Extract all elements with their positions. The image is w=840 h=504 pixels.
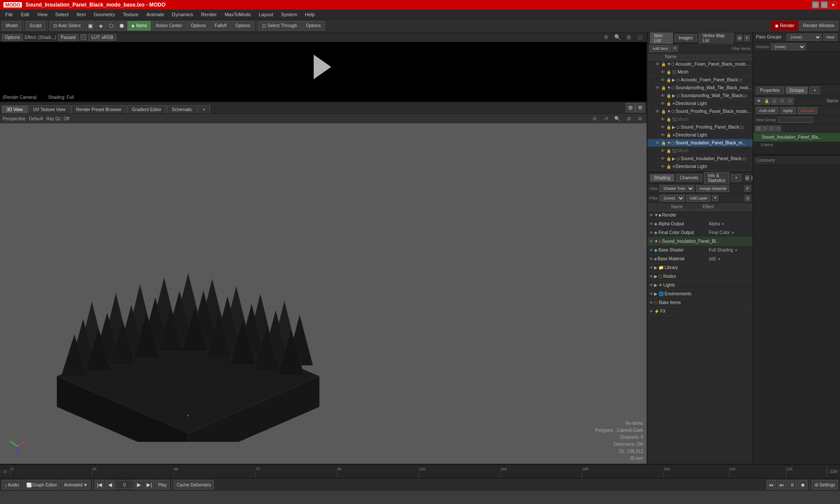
lock-icon[interactable]: 🔒 (661, 62, 666, 66)
viewport-icon-expand[interactable]: ⊞ (626, 103, 635, 112)
grp-vis-3[interactable]: ⬡ (768, 126, 774, 132)
expand-icon[interactable]: ▶ (654, 283, 658, 287)
groups-icon-2[interactable]: 🔒 (763, 98, 770, 105)
shading-s-icon[interactable]: S (745, 195, 751, 201)
tab-properties[interactable]: Properties (756, 87, 784, 94)
pass-groups-select[interactable]: (none) (787, 34, 822, 41)
grp-vis-2[interactable]: ⬡ (762, 126, 768, 132)
tab-shading[interactable]: Shading (650, 174, 674, 182)
play-label-button[interactable]: Play (155, 480, 169, 490)
minimize-button[interactable]: — (812, 1, 819, 8)
play-button[interactable]: ▶ (134, 480, 144, 490)
eye-icon[interactable]: 👁 (660, 124, 666, 130)
vp-icon-settings[interactable]: ⚙ (591, 115, 598, 122)
animated-button[interactable]: Animated ▼ (61, 480, 91, 490)
expand-icon[interactable]: ▼ (654, 239, 658, 244)
eye-icon[interactable]: 👁 (649, 213, 653, 217)
shader-row[interactable]: 👁 ⚡ FX (648, 307, 752, 316)
expand-icon[interactable]: ▼ (667, 62, 671, 66)
expand-icon[interactable]: ▶ (672, 93, 676, 98)
close-button[interactable]: ✕ (830, 1, 836, 8)
lut-button[interactable]: LUT: sRGB (88, 34, 116, 41)
eye-icon[interactable]: 👁 (649, 309, 653, 314)
lock-icon[interactable]: 🔒 (666, 164, 671, 169)
preview-toggle[interactable] (80, 34, 87, 40)
viewport-icon-settings[interactable]: ⚙ (635, 103, 645, 112)
passes-select[interactable]: (none) (771, 43, 806, 50)
groups-icon-3[interactable]: ⬡ (771, 98, 778, 105)
lock-icon[interactable]: 🔒 (666, 149, 671, 153)
render-window-button[interactable]: Render Window (799, 21, 838, 31)
lock-icon[interactable]: 🔒 (661, 86, 666, 90)
tab-channels[interactable]: Channels (676, 174, 702, 182)
preview-icon-2[interactable]: 🔍 (612, 32, 622, 42)
lock-icon[interactable]: 🔒 (666, 70, 671, 74)
expand-icon[interactable]: ▶ (654, 274, 658, 279)
lock-icon[interactable]: 🔒 (666, 94, 671, 98)
maximize-button[interactable]: □ (821, 1, 828, 8)
list-item[interactable]: 👁 🔒 ☀ Directional Light (648, 131, 752, 139)
toolbar-icon-2[interactable]: ◈ (96, 21, 105, 31)
menu-system[interactable]: System (277, 11, 301, 18)
discard-button[interactable]: Discard (798, 107, 817, 114)
menu-layout[interactable]: Layout (255, 11, 276, 18)
shader-row[interactable]: 👁 ▶ 📁 Library (648, 263, 752, 272)
expand-icon[interactable]: ▼ (667, 140, 671, 145)
tab-images[interactable]: Images (675, 34, 697, 42)
menu-maxtomodo[interactable]: MaxToModo (221, 11, 254, 18)
eye-icon[interactable]: 👁 (660, 116, 666, 122)
lock-icon[interactable]: 🔒 (666, 133, 671, 137)
preview-icon-3[interactable]: ⊞ (624, 32, 634, 42)
eye-icon[interactable]: 👁 (649, 222, 653, 226)
shader-row[interactable]: 👁 ▼ ● Sound_Insulation_Panel_Bl... (648, 237, 752, 246)
list-item[interactable]: 👁 🔒 ▼ ⬡ Sound_Insulation_Panel_Black_m..… (648, 139, 752, 147)
list-item[interactable]: 👁 🔒 ▶ ⬡ Acoustic_Foam_Panel_Black (2) (648, 76, 752, 84)
shader-tree-select[interactable]: Shader Tree (659, 185, 694, 192)
vp-icon-more[interactable]: ⚙ (636, 115, 644, 122)
eye-icon[interactable]: 👁 (660, 69, 666, 75)
eye-icon[interactable]: 👁 (660, 156, 666, 162)
list-item[interactable]: 👁 🔒 ☀ Directional Light (648, 163, 752, 171)
assign-material-button[interactable]: Assign Material (696, 185, 729, 192)
menu-geometry[interactable]: Geometry (90, 11, 118, 18)
shader-row[interactable]: 👁 ⬡ Bake Items (648, 298, 752, 307)
tab-vertex-map[interactable]: Vertex Map List (699, 32, 734, 44)
tab-info-statistics[interactable]: Info & Statistics (704, 172, 729, 184)
list-item[interactable]: 👁 🔒 ▶ ⬡ Sound_Insulation_Panel_Black (2) (648, 155, 752, 163)
eye-icon[interactable]: 👁 (649, 248, 653, 252)
eye-icon[interactable]: 👁 (649, 301, 653, 305)
item-panel-expand[interactable]: ⊞ (737, 35, 742, 41)
mode-model-button[interactable]: Model (2, 21, 21, 31)
add-item-dropdown[interactable]: ▼ (672, 46, 678, 52)
shader-row[interactable]: 👁 ◈ Final Color Output Final Color ▼ (648, 228, 752, 237)
render-button[interactable]: ◉ Render (771, 21, 798, 31)
preview-options-button[interactable]: Options (2, 34, 23, 41)
eye-icon[interactable]: 👁 (660, 93, 666, 99)
tab-props-add[interactable]: + (809, 87, 820, 94)
groups-icon-4[interactable]: ⬡ (779, 98, 786, 105)
transport-2[interactable]: ⏭ (777, 480, 787, 490)
lock-icon[interactable]: 🔒 (661, 141, 666, 145)
new-group-input[interactable] (778, 117, 813, 123)
frame-input[interactable] (116, 480, 133, 489)
action-center-button[interactable]: Action Center (152, 21, 186, 31)
preview-icon-4[interactable]: ◻ (635, 32, 645, 42)
menu-render[interactable]: Render (197, 11, 220, 18)
timeline-ruler[interactable]: 0 24 48 72 96 120 144 168 192 (10, 465, 827, 478)
tab-schematic[interactable]: Schematic (167, 105, 197, 113)
eye-icon[interactable]: 👁 (649, 292, 653, 296)
expand-icon[interactable]: ▶ (654, 291, 658, 296)
list-item[interactable]: 👁 🔒 ▼ ⬡ Soundproofing_Wall_Tile_Black_mo… (648, 84, 752, 92)
lock-icon[interactable]: 🔒 (666, 78, 671, 82)
shader-row[interactable]: 👁 ▶ ☀ Lights (648, 281, 752, 290)
vp-icon-expand[interactable]: ⊞ (625, 115, 633, 122)
expand-icon[interactable]: ▶ (672, 125, 676, 130)
auto-select-button[interactable]: ⊡ Auto Select (49, 21, 84, 31)
eye-icon[interactable]: 👁 (660, 101, 666, 107)
apply-button[interactable]: Apply (780, 107, 796, 114)
eye-icon[interactable]: 👁 (660, 77, 666, 83)
eye-icon[interactable]: 👁 (660, 132, 666, 138)
list-item[interactable]: 👁 🔒 ▼ ⬡ Sound_Proofing_Panel_Black_modo_… (648, 108, 752, 116)
menu-dynamics[interactable]: Dynamics (168, 11, 196, 18)
auto-add-button[interactable]: Auto Add (756, 107, 778, 114)
